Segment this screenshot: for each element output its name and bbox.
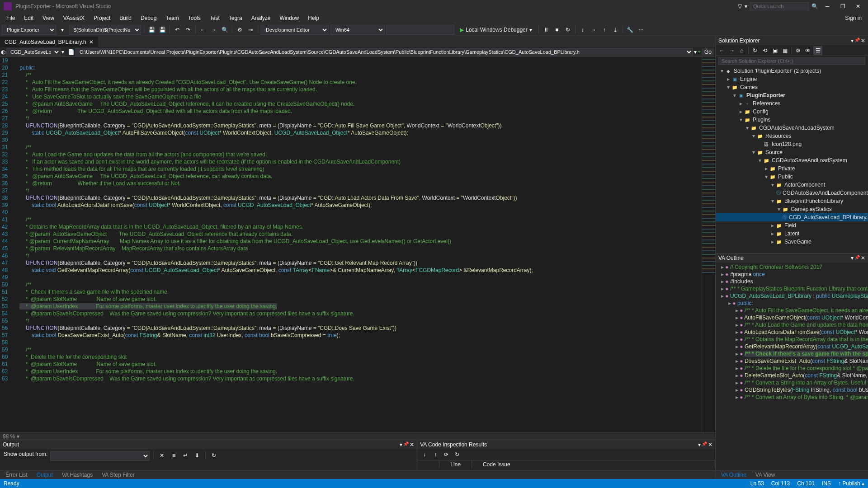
menu-debug[interactable]: Debug xyxy=(136,14,161,23)
tree-node[interactable]: ▸📁SaveGame xyxy=(716,238,868,246)
nav-back-icon[interactable]: ← xyxy=(198,25,208,34)
bottom-tab-va-hashtags[interactable]: VA Hashtags xyxy=(58,471,96,479)
redo-icon[interactable]: ↷ xyxy=(184,25,193,34)
outline-item[interactable]: ▸ ● /** * Auto Fill the SaveGameObject, … xyxy=(716,307,868,314)
tree-node[interactable]: ▸📁Latent xyxy=(716,230,868,238)
add-icon[interactable]: + xyxy=(698,49,701,55)
minimize-button[interactable]: ─ xyxy=(821,2,834,11)
menu-tools[interactable]: Tools xyxy=(184,14,205,23)
fwd-icon[interactable]: → xyxy=(727,46,736,55)
panel-pin-icon[interactable]: 📌 xyxy=(854,38,860,44)
outline-item[interactable]: ▸ ● /** * GameplayStatics Blueprint Func… xyxy=(716,285,868,292)
outline-item[interactable]: ▸ ● /** * Obtains the MapRecordArray dat… xyxy=(716,336,868,343)
quick-launch-input[interactable] xyxy=(750,2,809,10)
build-config-combo[interactable]: Development Editor xyxy=(261,25,329,35)
maximize-button[interactable]: ❐ xyxy=(836,2,849,11)
panel-close-icon[interactable]: ✕ xyxy=(861,255,865,261)
file-path-combo[interactable]: C:\Users\WIN10PC\Documents\Unreal Projec… xyxy=(75,48,693,56)
goto-icon[interactable]: ⇥ xyxy=(246,25,255,34)
output-clear-icon[interactable]: ✕ xyxy=(157,451,166,460)
inspect-refresh-icon[interactable]: ↻ xyxy=(453,450,462,459)
file-tab[interactable]: CGD_AutoSaveLoad_BPLibrary.h ✕ xyxy=(0,37,98,47)
output-source-combo[interactable] xyxy=(50,451,150,461)
menu-vassistx[interactable]: VAssistX xyxy=(59,14,89,23)
panel-pin-icon[interactable]: 📌 xyxy=(854,255,860,261)
panel-pin-icon[interactable]: 📌 xyxy=(403,441,409,448)
notifications-icon[interactable]: ▽ xyxy=(738,3,742,9)
outline-item[interactable]: ▸ ● // Copyright Cronofear Softworks 201… xyxy=(716,263,868,271)
bottom-tab-output[interactable]: Output xyxy=(33,471,57,479)
output-refresh-icon[interactable]: ↻ xyxy=(209,451,218,460)
bottom-tab-error-list[interactable]: Error List xyxy=(2,471,31,479)
sign-in-link[interactable]: Sign in xyxy=(840,14,866,23)
find-icon[interactable]: 🔍 xyxy=(220,25,229,34)
refactor-icon[interactable]: ⚙ xyxy=(235,25,244,34)
solution-search-input[interactable] xyxy=(718,57,865,65)
undo-icon[interactable]: ↶ xyxy=(173,25,182,34)
menu-build[interactable]: Build xyxy=(115,14,136,23)
outline-item[interactable]: ▸ ● AutoFillSaveGameObject(const UObject… xyxy=(716,314,868,321)
view-code-icon[interactable]: ☰ xyxy=(813,46,822,55)
menu-project[interactable]: Project xyxy=(89,14,115,23)
step-into-icon[interactable]: ↓ xyxy=(578,25,587,34)
outline-item[interactable]: ▸ ● DeleteGameInSlot_Auto(const FString&… xyxy=(716,372,868,379)
save-all-icon[interactable]: 💾 xyxy=(158,25,167,34)
tree-node[interactable]: ▸▫References xyxy=(716,99,868,108)
tree-node[interactable]: ⓗCGDAutoSaveAndLoadComponent.h xyxy=(716,189,868,197)
tree-node[interactable]: ▾📁ActorComponent xyxy=(716,181,868,189)
tree-node[interactable]: ▾◆Solution 'PluginExporter' (2 projects) xyxy=(716,67,868,75)
outline-item[interactable]: ▸ ● DoesSaveGameExist_Auto(const FString… xyxy=(716,357,868,365)
menu-file[interactable]: File xyxy=(2,14,19,23)
collapse-icon[interactable]: ▣ xyxy=(770,46,779,55)
panel-dropdown-icon[interactable]: ▾ xyxy=(851,255,854,261)
stop-icon[interactable]: ■ xyxy=(552,25,561,34)
outline-item[interactable]: ▸ ● /** * Check if there's a save game f… xyxy=(716,350,868,357)
minimap[interactable] xyxy=(702,57,715,432)
startup-project-combo[interactable]: PluginExporter xyxy=(2,25,56,35)
menu-test[interactable]: Test xyxy=(205,14,224,23)
find-input[interactable] xyxy=(387,25,454,35)
tree-node[interactable]: ▸📁Private xyxy=(716,164,868,173)
new-item-icon[interactable]: ▾ xyxy=(58,25,67,34)
solution-path-combo[interactable]: $(SolutionDir)$(ProjectName).uprc xyxy=(69,25,141,35)
inspect-down-icon[interactable]: ↓ xyxy=(420,450,429,459)
step-out-icon[interactable]: ↑ xyxy=(600,25,609,34)
menu-view[interactable]: View xyxy=(38,14,59,23)
outline-item[interactable]: ▸ ● /** * Auto Load the Game and updates… xyxy=(716,321,868,328)
save-icon[interactable]: 💾 xyxy=(147,25,156,34)
start-debug-button[interactable]: ▶Local Windows Debugger▾ xyxy=(456,26,536,34)
panel-dropdown-icon[interactable]: ▾ xyxy=(400,441,402,448)
tree-node[interactable]: ▾📁Source xyxy=(716,148,868,156)
tree-node[interactable]: ▾📁CGDAutoSaveAndLoadSystem xyxy=(716,156,868,164)
menu-edit[interactable]: Edit xyxy=(19,14,38,23)
tree-node[interactable]: ▾📁Games xyxy=(716,83,868,91)
tab-close-icon[interactable]: ✕ xyxy=(89,39,94,45)
tree-node[interactable]: ▾📁Resources xyxy=(716,132,868,140)
tree-node[interactable]: ▾📁BlueprintFunctionLibrary xyxy=(716,197,868,205)
ext-icon[interactable]: ⋯ xyxy=(637,25,646,34)
close-button[interactable]: ✕ xyxy=(852,2,864,11)
panel-close-icon[interactable]: ✕ xyxy=(708,441,712,448)
output-wrap-icon[interactable]: ↵ xyxy=(181,451,190,460)
scope-combo[interactable]: CGD_AutoSaveLoad_BPLibra xyxy=(6,48,61,56)
refresh-icon[interactable]: ↻ xyxy=(750,46,760,55)
inspect-up-icon[interactable]: ↑ xyxy=(431,450,440,459)
menu-tegra[interactable]: Tegra xyxy=(224,14,247,23)
feedback-icon[interactable]: ▾ xyxy=(745,3,747,9)
outline-item[interactable]: ▸ ● CGDStringToBytes(FString InString, c… xyxy=(716,386,868,394)
scope-indicator-icon[interactable]: ◐ xyxy=(1,49,5,55)
outline-item[interactable]: ▸ ● /** * Convert a String into an Array… xyxy=(716,379,868,386)
tools-icon[interactable]: 🔧 xyxy=(626,25,635,34)
run-to-icon[interactable]: ⤓ xyxy=(611,25,620,34)
tree-node[interactable]: ▾▣PluginExporter xyxy=(716,91,868,99)
inspect-sync-icon[interactable]: ⟳ xyxy=(442,450,451,459)
menu-analyze[interactable]: Analyze xyxy=(247,14,275,23)
tree-node[interactable]: ▾📁CGDAutoSaveAndLoadSystem xyxy=(716,124,868,132)
platform-combo[interactable]: Win64 xyxy=(330,25,385,35)
output-scroll-icon[interactable]: ⬇ xyxy=(193,451,202,460)
bottom-tab-va-step-filter[interactable]: VA Step Filter xyxy=(98,471,138,479)
tree-node[interactable]: 🖼Icon128.png xyxy=(716,140,868,148)
home-icon[interactable]: ⌂ xyxy=(737,46,746,55)
nav-fwd-icon[interactable]: → xyxy=(209,25,218,34)
outline-item[interactable]: ▸ ● public: xyxy=(716,300,868,307)
